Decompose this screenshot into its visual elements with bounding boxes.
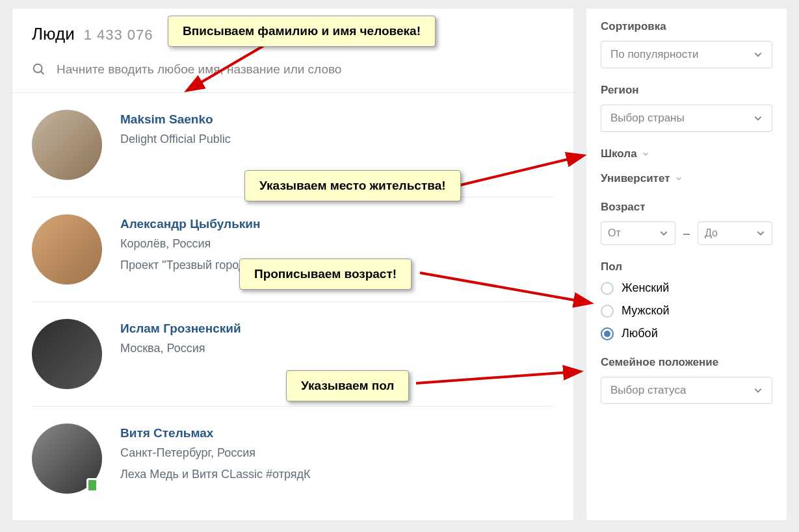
result-info: Ислам ГрозненскийМосква, Россия xyxy=(120,319,241,357)
result-item[interactable]: Витя СтельмахСанкт-Петербург, РоссияЛеха… xyxy=(32,407,554,511)
result-info: Maksim SaenkoDelight Official Public xyxy=(120,110,231,148)
age-dash: – xyxy=(683,227,690,240)
result-name-link[interactable]: Ислам Грозненский xyxy=(120,322,241,336)
callout-age: Прописываем возраст! xyxy=(239,259,412,290)
avatar-image xyxy=(32,319,102,389)
radio-icon xyxy=(601,282,614,295)
school-filter[interactable]: Школа xyxy=(601,147,772,160)
sort-value: По популярности xyxy=(610,48,699,61)
status-label: Семейное положение xyxy=(601,356,772,369)
status-select[interactable]: Выбор статуса xyxy=(601,377,772,404)
gender-radio-male[interactable]: Мужской xyxy=(601,304,772,318)
university-filter[interactable]: Университет xyxy=(601,172,772,185)
callout-gender: Указываем пол xyxy=(286,370,409,401)
avatar-image xyxy=(32,214,102,285)
gender-radio-any[interactable]: Любой xyxy=(601,327,772,340)
region-value: Выбор страны xyxy=(610,112,685,125)
radio-icon xyxy=(601,305,614,318)
callout-name: Вписываем фамилию и имя человека! xyxy=(168,16,436,47)
result-name-link[interactable]: Александр Цыбулькин xyxy=(120,217,308,231)
result-subtitle: Delight Official Public xyxy=(120,131,231,148)
gender-label: Пол xyxy=(601,260,772,273)
chevron-down-icon xyxy=(659,229,668,238)
chevron-down-icon xyxy=(753,114,763,123)
gender-radio-female[interactable]: Женский xyxy=(601,281,772,295)
avatar[interactable] xyxy=(32,424,102,494)
avatar-image xyxy=(32,110,102,180)
chevron-down-icon xyxy=(753,50,763,59)
online-badge-icon xyxy=(86,478,98,492)
callout-region: Указываем место жительства! xyxy=(244,170,461,201)
page-title: Люди xyxy=(32,24,75,44)
age-from-select[interactable]: От xyxy=(601,222,675,245)
filter-sidebar: Сортировка По популярности Регион Выбор … xyxy=(586,8,787,521)
result-name-link[interactable]: Витя Стельмах xyxy=(120,426,310,440)
chevron-down-icon xyxy=(642,151,649,157)
result-subtitle: Королёв, Россия xyxy=(120,235,308,253)
search-icon xyxy=(32,62,46,77)
region-label: Регион xyxy=(601,84,772,97)
radio-icon-checked xyxy=(601,327,614,340)
avatar[interactable] xyxy=(32,110,102,180)
avatar[interactable] xyxy=(32,319,102,389)
svg-line-1 xyxy=(41,71,44,75)
chevron-down-icon xyxy=(675,175,682,182)
region-select[interactable]: Выбор страны xyxy=(601,105,772,132)
result-name-link[interactable]: Maksim Saenko xyxy=(120,112,231,127)
status-value: Выбор статуса xyxy=(610,384,686,397)
result-subtitle: Санкт-Петербург, Россия xyxy=(120,444,310,462)
result-info: Витя СтельмахСанкт-Петербург, РоссияЛеха… xyxy=(120,424,310,483)
svg-point-0 xyxy=(34,64,42,73)
search-input[interactable] xyxy=(57,62,554,77)
age-to-select[interactable]: До xyxy=(698,222,772,245)
chevron-down-icon xyxy=(756,229,765,238)
results-list: Maksim SaenkoDelight Official PublicАлек… xyxy=(12,93,573,511)
search-row xyxy=(12,51,573,93)
sort-label: Сортировка xyxy=(601,20,772,33)
avatar[interactable] xyxy=(32,214,102,285)
chevron-down-icon xyxy=(753,386,763,395)
age-label: Возраст xyxy=(601,201,772,214)
sort-select[interactable]: По популярности xyxy=(601,41,772,68)
result-subtitle: Леха Медь и Витя CLassic #отрядК xyxy=(120,466,310,483)
result-count: 1 433 076 xyxy=(84,27,153,44)
result-subtitle: Москва, Россия xyxy=(120,340,241,357)
